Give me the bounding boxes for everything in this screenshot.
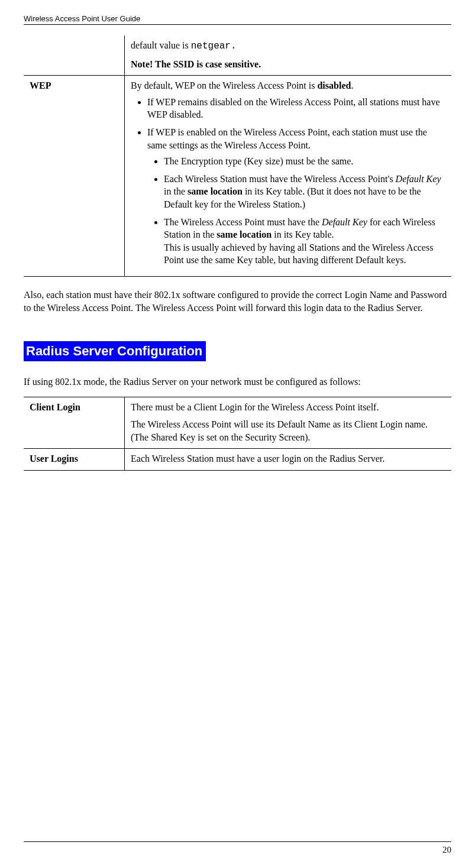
document-header: Wireless Access Point User Guide	[24, 14, 451, 25]
wep-s2-mid: in the	[164, 186, 188, 196]
wep-s3-em: Default Key	[322, 217, 367, 227]
radius-table: Client Login There must be a Client Logi…	[24, 397, 451, 471]
page: Wireless Access Point User Guide default…	[0, 0, 475, 868]
client-login-term: Client Login	[24, 397, 125, 449]
wep-bullets: If WEP remains disabled on the Wireless …	[131, 96, 445, 267]
wep-s3-line2: This is usually achieved by having all S…	[164, 242, 433, 265]
client-login-line1: There must be a Client Login for the Wir…	[131, 401, 445, 414]
ssid-default-line: default value is netgear.	[131, 39, 445, 53]
ssid-default-prefix: default value is	[131, 40, 191, 50]
wep-b2-text: If WEP is enabled on the Wireless Access…	[147, 127, 427, 150]
wep-s3: The Wireless Access Point must have the …	[164, 216, 445, 267]
wep-b2: If WEP is enabled on the Wireless Access…	[147, 126, 445, 267]
wep-s2-pre: Each Wireless Station must have the Wire…	[164, 174, 396, 184]
wep-sub-bullets: The Encryption type (Key size) must be t…	[147, 155, 445, 267]
user-logins-desc: Each Wireless Station must have a user l…	[125, 449, 452, 471]
client-login-line2: The Wireless Access Point will use its D…	[131, 418, 445, 443]
paragraph-radius-intro: If using 802.1x mode, the Radius Server …	[24, 375, 451, 388]
wep-intro-strong: disabled	[317, 80, 351, 90]
wep-s3-pre: The Wireless Access Point must have the	[164, 217, 322, 227]
wep-intro-suf: .	[351, 80, 353, 90]
ssid-value-cell: default value is netgear. Note! The SSID…	[125, 35, 452, 76]
settings-table: default value is netgear. Note! The SSID…	[24, 35, 451, 277]
client-login-desc: There must be a Client Login for the Wir…	[125, 397, 452, 449]
wep-s3-strong: same location	[217, 229, 272, 239]
ssid-term-cell	[24, 35, 125, 76]
wep-s2: Each Wireless Station must have the Wire…	[164, 173, 445, 211]
wep-intro-pre: By default, WEP on the Wireless Access P…	[131, 80, 317, 90]
paragraph-8021x: Also, each station must have their 802.1…	[24, 289, 451, 314]
wep-b1: If WEP remains disabled on the Wireless …	[147, 96, 445, 121]
ssid-note: Note! The SSID is case sensitive.	[131, 58, 445, 71]
ssid-default-code: netgear.	[191, 41, 237, 51]
wep-s2-em: Default Key	[396, 174, 441, 184]
wep-value-cell: By default, WEP on the Wireless Access P…	[125, 76, 452, 277]
wep-intro: By default, WEP on the Wireless Access P…	[131, 79, 445, 92]
wep-s1: The Encryption type (Key size) must be t…	[164, 155, 445, 168]
wep-s2-strong: same location	[188, 186, 243, 196]
footer-rule	[24, 841, 451, 842]
wep-s3-suf: in its Key table.	[272, 229, 334, 239]
wep-term-cell: WEP	[24, 76, 125, 277]
section-heading-radius: Radius Server Configuration	[24, 341, 206, 361]
user-logins-term: User Logins	[24, 449, 125, 471]
page-number: 20	[442, 845, 451, 855]
